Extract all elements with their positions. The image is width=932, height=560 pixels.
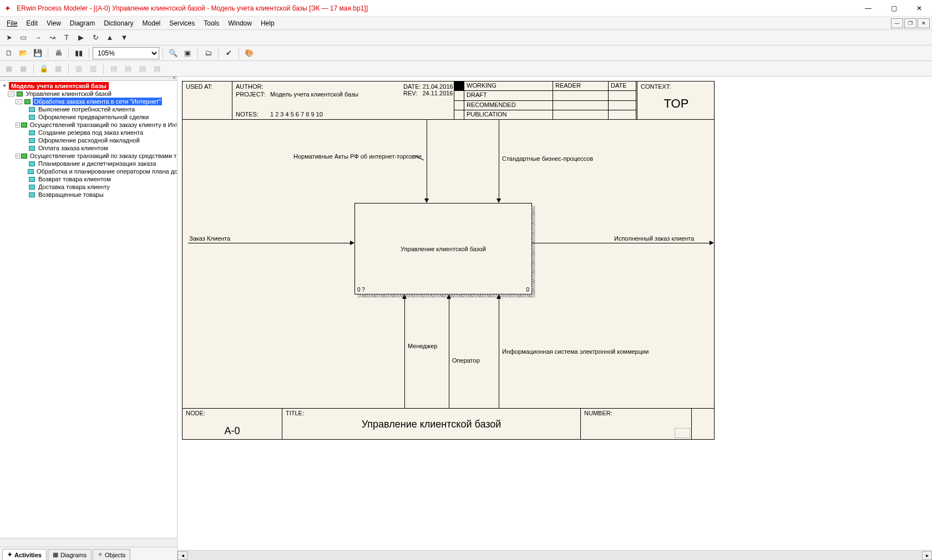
tree-item[interactable]: Обработка и планирование оператором план… — [0, 167, 177, 175]
mdi-minimize-button[interactable]: — — [891, 18, 903, 28]
new-file-icon[interactable]: 🗋 — [2, 47, 16, 60]
tree-item[interactable]: Планирование и диспетчиризация заказа — [0, 160, 177, 167]
input-arrowhead-icon — [350, 241, 354, 245]
canvas[interactable]: USED AT: AUTHOR: PROJECT:Модель учета кл… — [178, 77, 932, 550]
mech2-line[interactable] — [449, 299, 449, 408]
mdi-close-button[interactable]: ✕ — [918, 18, 930, 28]
control1-label[interactable]: Нормативные Акты РФ об интернет-торговле — [293, 153, 422, 160]
tree-item[interactable]: Доставка товара клиенту — [0, 183, 177, 191]
refresh-tool-icon[interactable]: ↻ — [89, 31, 102, 44]
separator — [68, 63, 69, 74]
arrow-tool-icon[interactable]: → — [31, 31, 44, 44]
pointer-tool-icon[interactable]: ➤ — [2, 31, 16, 44]
up-arrow-tool-icon[interactable]: ▲ — [103, 31, 116, 44]
menu-window[interactable]: Window — [224, 18, 256, 28]
zoom-select[interactable]: 105% — [93, 47, 159, 59]
report-icon[interactable]: ▮▮ — [72, 47, 85, 60]
tree-item-selected[interactable]: − Обработка заказа клиента в сети "Интер… — [0, 98, 177, 105]
input-arrow-line[interactable] — [188, 243, 350, 243]
tree-h-scrollbar[interactable] — [0, 538, 177, 547]
separator — [48, 48, 48, 59]
close-button[interactable]: ✕ — [906, 0, 932, 17]
menu-services[interactable]: Services — [165, 18, 199, 28]
mech1-line[interactable] — [404, 299, 405, 408]
status-mark — [454, 110, 464, 119]
output-label[interactable]: Исполненный заказ клиента — [614, 235, 694, 242]
mdi-restore-button[interactable]: ❐ — [904, 18, 916, 28]
control2-line[interactable] — [499, 120, 499, 198]
mech1-label[interactable]: Менеджер — [408, 343, 437, 349]
canvas-h-scrollbar[interactable]: ◂ ▸ — [178, 550, 932, 560]
mech3-line[interactable] — [499, 299, 499, 408]
tab-diagrams[interactable]: ▦ Diagrams — [48, 549, 92, 560]
collapse-icon[interactable]: − — [8, 91, 14, 96]
status-cell: WORKING READER DATE DRAFT RECOMMENDED PU… — [454, 82, 637, 119]
collapse-icon[interactable]: − — [16, 123, 20, 128]
activity-box-tool-icon[interactable]: ▭ — [17, 31, 30, 44]
idef0-body[interactable]: Управление клиентской базой 0 ? 0 Заказ … — [183, 120, 714, 408]
tree-root[interactable]: ✦ Модель учета клиентской базы — [0, 82, 177, 90]
tree-item[interactable]: Выяснение потребностей клиента — [0, 105, 177, 113]
zoom-fit-icon[interactable]: ▣ — [181, 47, 194, 60]
idef0-header: USED AT: AUTHOR: PROJECT:Модель учета кл… — [183, 82, 714, 120]
menu-view[interactable]: View — [42, 18, 65, 28]
tree-item[interactable]: Возвращенные товары — [0, 191, 177, 198]
menu-file[interactable]: File — [2, 18, 22, 28]
separator — [68, 48, 69, 59]
scroll-right-icon[interactable]: ▸ — [922, 551, 932, 560]
activity-icon — [28, 129, 36, 136]
tree-item[interactable]: − Управление клиентской базой — [0, 90, 177, 98]
spellcheck-icon[interactable]: ✔ — [222, 47, 235, 60]
down-arrow-tool-icon[interactable]: ▼ — [118, 31, 131, 44]
scroll-left-icon[interactable]: ◂ — [178, 551, 188, 560]
activities-icon: ✦ — [7, 551, 12, 558]
activity-icon — [28, 145, 36, 151]
panel-grip[interactable] — [0, 77, 177, 81]
tool-b-icon: ▦ — [17, 62, 30, 75]
open-file-icon[interactable]: 📂 — [17, 47, 30, 60]
control1-line[interactable] — [427, 120, 427, 198]
tool-c-icon: ▦ — [52, 62, 65, 75]
title-cell: TITLE: Управление клиентской базой — [282, 409, 581, 439]
tab-objects[interactable]: ✧ Objects — [93, 549, 130, 560]
tree-item[interactable]: Создание резерва под заказ клиента — [0, 129, 177, 136]
palette-icon[interactable]: 🎨 — [242, 47, 256, 60]
separator — [197, 48, 198, 59]
save-file-icon[interactable]: 💾 — [31, 47, 44, 60]
play-tool-icon[interactable]: ▶ — [74, 31, 88, 44]
mech2-label[interactable]: Оператор — [452, 357, 480, 364]
app-icon: ✦ — [4, 4, 13, 13]
model-explorer-icon[interactable]: 🗂 — [201, 47, 215, 60]
menu-dictionary[interactable]: Dictionary — [99, 18, 138, 28]
activity-icon — [28, 184, 36, 190]
tree-item[interactable]: − Осуществлений транзакций по заказу кли… — [0, 121, 177, 129]
minimize-button[interactable]: — — [855, 0, 881, 17]
zoom-in-icon[interactable]: 🔍 — [166, 47, 180, 60]
menu-model[interactable]: Model — [138, 18, 165, 28]
tree-item[interactable]: Оформление предварительной сделки — [0, 113, 177, 121]
tree-item[interactable]: Оплата заказа клиентом — [0, 144, 177, 152]
maximize-button[interactable]: ▢ — [881, 0, 906, 17]
control2-label[interactable]: Стандартные бизнес-процессов — [502, 155, 593, 162]
tab-activities[interactable]: ✦ Activities — [2, 549, 47, 560]
collapse-icon[interactable]: − — [16, 99, 22, 104]
process-corner-right: 0 — [526, 287, 529, 293]
collapse-icon[interactable]: − — [16, 154, 20, 159]
output-arrow-line[interactable] — [532, 243, 710, 243]
node-cell: NODE: A-0 — [183, 409, 282, 439]
menu-edit[interactable]: Edit — [22, 18, 42, 28]
activity-icon — [28, 106, 36, 113]
tree-item[interactable]: Оформление расходной накладной — [0, 136, 177, 144]
squiggle-tool-icon[interactable]: ↝ — [45, 31, 59, 44]
process-box[interactable]: Управление клиентской базой 0 ? 0 — [354, 203, 532, 294]
toolbar-misc: ▦ ▦ 🔒 ▦ ▥ ▥ ▤ ▤ ▤ ▤ — [0, 61, 932, 77]
menu-help[interactable]: Help — [256, 18, 279, 28]
mech3-label[interactable]: Информационная система электронной комме… — [502, 348, 649, 355]
input-label[interactable]: Заказ Клиента — [189, 235, 230, 242]
tree-item[interactable]: Возврат товара клиентом — [0, 175, 177, 183]
tree-item[interactable]: − Осуществление транзакций по заказу сре… — [0, 152, 177, 160]
print-icon[interactable]: 🖶 — [52, 47, 65, 60]
menu-tools[interactable]: Tools — [199, 18, 224, 28]
menu-diagram[interactable]: Diagram — [65, 18, 99, 28]
text-tool-icon[interactable]: T — [60, 31, 73, 44]
